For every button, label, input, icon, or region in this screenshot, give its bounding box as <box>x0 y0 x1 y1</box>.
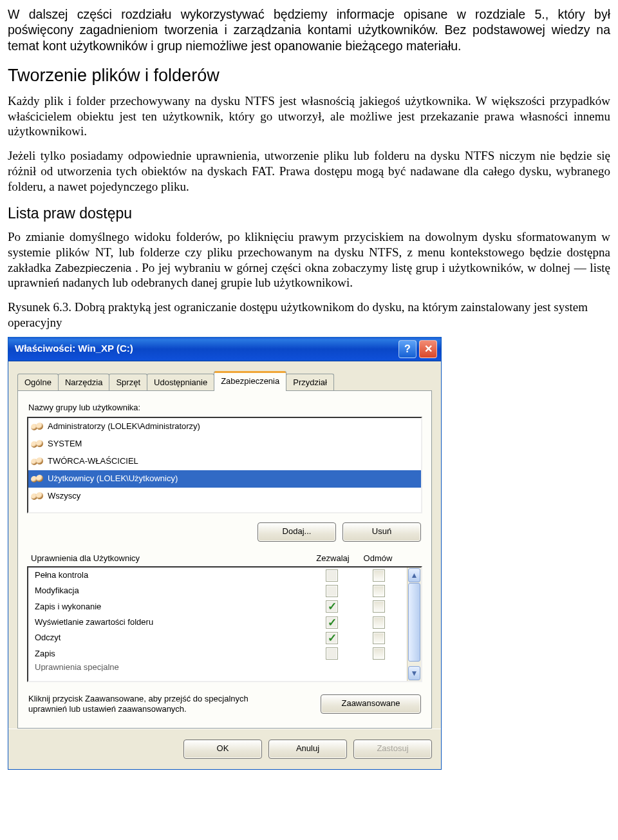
list-item-label: SYSTEM <box>48 439 82 449</box>
help-button[interactable]: ? <box>398 340 417 358</box>
deny-checkbox[interactable] <box>373 616 385 629</box>
titlebar[interactable]: Właściwości: Win_XP (C:) ? ✕ <box>8 338 441 361</box>
permission-row: Zapis <box>28 646 421 662</box>
permission-label: Uprawnienia specjalne <box>35 662 404 671</box>
paragraph-lista: Po zmianie domyślnego widoku folderów, p… <box>8 229 610 291</box>
properties-dialog: Właściwości: Win_XP (C:) ? ✕ OgólneNarzę… <box>8 337 442 770</box>
permission-row: Odczyt✓ <box>28 630 421 645</box>
heading-tworzenie: Tworzenie plików i folderów <box>8 65 610 87</box>
permission-label: Odczyt <box>35 633 326 643</box>
list-item[interactable]: TWÓRCA-WŁAŚCICIEL <box>28 453 421 470</box>
list-item[interactable]: SYSTEM <box>28 435 421 453</box>
list-item-label: Administratorzy (LOLEK\Administratorzy) <box>48 421 200 432</box>
allow-checkbox[interactable] <box>326 647 338 660</box>
permission-row: Wyświetlanie zawartości folderu✓ <box>28 615 421 630</box>
allow-checkbox[interactable]: ✓ <box>326 632 338 644</box>
users-icon <box>31 490 44 502</box>
allow-checkbox[interactable]: ✓ <box>326 616 338 629</box>
list-item[interactable]: Administratorzy (LOLEK\Administratorzy) <box>28 418 421 435</box>
deny-checkbox[interactable] <box>373 585 385 597</box>
allow-checkbox[interactable] <box>326 569 338 582</box>
tab-zabezpieczenia[interactable]: Zabezpieczenia <box>214 371 286 391</box>
advanced-button[interactable]: Zaawansowane <box>321 694 421 714</box>
deny-checkbox[interactable] <box>373 569 385 582</box>
cancel-button[interactable]: Anuluj <box>268 740 347 759</box>
remove-button[interactable]: Usuń <box>342 522 421 542</box>
users-icon <box>31 421 44 432</box>
permissions-heading: Uprawnienia dla Użytkownicy <box>31 553 140 564</box>
tab-udostępnianie[interactable]: Udostępnianie <box>147 374 214 391</box>
close-button[interactable]: ✕ <box>419 340 437 358</box>
apply-button[interactable]: Zastosuj <box>353 740 432 759</box>
window-title: Właściwości: Win_XP (C:) <box>15 343 133 355</box>
dialog-button-row: OK Anuluj Zastosuj <box>8 729 441 769</box>
tab-narzędzia[interactable]: Narzędzia <box>58 374 110 391</box>
list-item-label: Wszyscy <box>48 491 80 501</box>
list-item-label: Użytkownicy (LOLEK\Użytkownicy) <box>48 473 178 484</box>
allow-checkbox[interactable]: ✓ <box>326 600 338 613</box>
permission-label: Wyświetlanie zawartości folderu <box>35 617 326 627</box>
heading-lista-praw: Lista praw dostępu <box>8 204 610 223</box>
scroll-down-button[interactable]: ▼ <box>408 666 420 680</box>
tab-name-inline: Zabezpieczenia <box>55 262 131 274</box>
list-item[interactable]: Wszyscy <box>28 488 421 505</box>
group-list-label: Nazwy grupy lub użytkownika: <box>28 403 421 413</box>
group-listbox[interactable]: Administratorzy (LOLEK\Administratorzy)S… <box>27 417 422 513</box>
scroll-thumb[interactable] <box>408 583 420 662</box>
users-icon <box>31 438 44 450</box>
column-allow: Zezwalaj <box>310 553 355 564</box>
deny-checkbox[interactable] <box>373 647 385 660</box>
advanced-hint: Kliknij przycisk Zaawansowane, aby przej… <box>28 694 279 715</box>
permission-row: Modyfikacja <box>28 583 421 598</box>
permission-row: Zapis i wykonanie✓ <box>28 599 421 615</box>
permission-label: Zapis i wykonanie <box>35 602 326 612</box>
permission-row: Pełna kontrola <box>28 568 421 583</box>
permission-label: Pełna kontrola <box>35 570 326 580</box>
allow-checkbox[interactable] <box>326 585 338 597</box>
users-icon <box>31 455 44 467</box>
permissions-listbox[interactable]: Pełna kontrolaModyfikacjaZapis i wykonan… <box>27 566 422 682</box>
deny-checkbox[interactable] <box>373 600 385 613</box>
permission-row: Uprawnienia specjalne <box>28 662 421 671</box>
tab-strip: OgólneNarzędziaSprzętUdostępnianieZabezp… <box>17 373 432 391</box>
list-item-label: TWÓRCA-WŁAŚCICIEL <box>48 456 138 466</box>
add-button[interactable]: Dodaj... <box>258 522 336 542</box>
permission-label: Zapis <box>35 649 326 659</box>
deny-checkbox[interactable] <box>373 632 385 644</box>
tab-ogólne[interactable]: Ogólne <box>17 374 59 391</box>
users-icon <box>31 473 44 484</box>
ok-button[interactable]: OK <box>183 740 262 759</box>
tab-sprzęt[interactable]: Sprzęt <box>109 374 147 391</box>
column-deny: Odmów <box>355 553 400 564</box>
figure-caption: Rysunek 6.3. Dobrą praktyką jest ogranic… <box>8 300 610 330</box>
permission-label: Modyfikacja <box>35 586 326 596</box>
intro-paragraph: W dalszej części rozdziału wykorzystywać… <box>8 6 610 53</box>
security-tab-panel: Nazwy grupy lub użytkownika: Administrat… <box>17 390 432 729</box>
tab-przydział[interactable]: Przydział <box>286 374 334 391</box>
list-item[interactable]: Użytkownicy (LOLEK\Użytkownicy) <box>28 470 421 488</box>
paragraph-rights: Jeżeli tylko posiadamy odpowiednie upraw… <box>8 148 610 194</box>
scrollbar[interactable]: ▲ ▼ <box>407 568 421 681</box>
paragraph-owner: Każdy plik i folder przechowywany na dys… <box>8 93 610 139</box>
scroll-up-button[interactable]: ▲ <box>408 568 420 582</box>
